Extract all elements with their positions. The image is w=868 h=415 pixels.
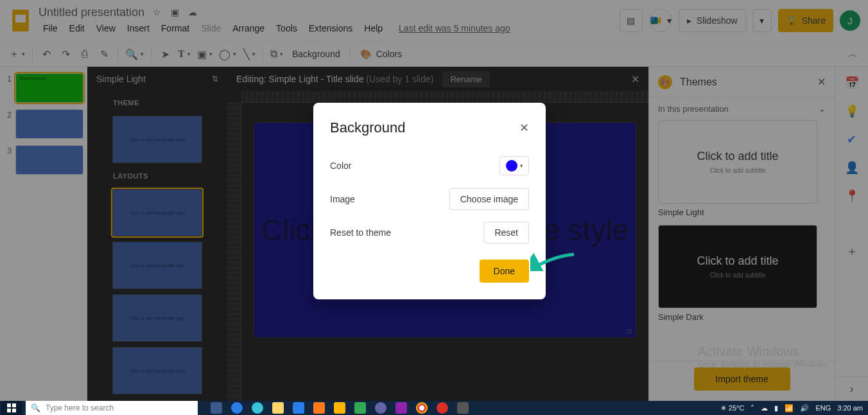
svg-rect-5 — [12, 409, 16, 412]
app-icon[interactable] — [334, 402, 345, 414]
app-icon[interactable] — [395, 402, 407, 414]
cloud-sync-icon[interactable]: ☁ — [761, 404, 768, 412]
tray-chevron-icon[interactable]: ˄ — [751, 404, 754, 412]
start-button[interactable] — [1, 401, 22, 415]
weather-widget[interactable]: ☀ 25°C — [720, 404, 745, 412]
choose-image-button[interactable]: Choose image — [449, 188, 529, 210]
task-view-icon[interactable] — [211, 402, 222, 414]
battery-icon[interactable]: ▮ — [774, 404, 778, 412]
dialog-title: Background — [330, 119, 405, 136]
clock[interactable]: 3:20 am — [837, 404, 863, 412]
caret-down-icon: ▾ — [520, 163, 523, 169]
volume-icon[interactable]: 🔊 — [800, 404, 809, 412]
done-button[interactable]: Done — [480, 260, 529, 283]
color-label: Color — [330, 161, 351, 171]
teams-icon[interactable] — [375, 402, 386, 414]
edge-icon[interactable] — [252, 402, 263, 414]
explorer-icon[interactable] — [272, 402, 284, 414]
background-dialog: Background ✕ Color ▾ Image Choose image … — [313, 103, 546, 299]
reset-label: Reset to theme — [330, 227, 391, 238]
svg-rect-4 — [7, 409, 11, 412]
app-icon[interactable] — [231, 402, 243, 414]
taskbar-pinned-apps — [211, 402, 469, 414]
svg-rect-3 — [12, 403, 16, 407]
windows-activation-watermark: Activate Windows Go to Settings to activ… — [698, 344, 829, 369]
app-icon[interactable] — [437, 402, 448, 414]
svg-rect-2 — [7, 403, 11, 407]
language-indicator[interactable]: ENG — [815, 404, 831, 412]
search-icon: 🔍 — [31, 403, 40, 412]
app-icon[interactable] — [313, 402, 325, 414]
wifi-icon[interactable]: 📶 — [785, 404, 794, 412]
image-label: Image — [330, 194, 355, 204]
chrome-icon[interactable] — [416, 402, 428, 414]
dialog-close-button[interactable]: ✕ — [519, 121, 529, 135]
color-swatch — [506, 160, 517, 172]
reset-button[interactable]: Reset — [483, 222, 529, 243]
store-icon[interactable] — [293, 402, 304, 414]
app-icon[interactable] — [354, 402, 366, 414]
windows-taskbar: 🔍 Type here to search ☀ 25°C ˄ ☁ ▮ 📶 🔊 E… — [0, 401, 868, 415]
app-icon[interactable] — [457, 402, 469, 414]
color-picker-button[interactable]: ▾ — [499, 156, 529, 175]
taskbar-search[interactable]: 🔍 Type here to search — [26, 401, 198, 415]
